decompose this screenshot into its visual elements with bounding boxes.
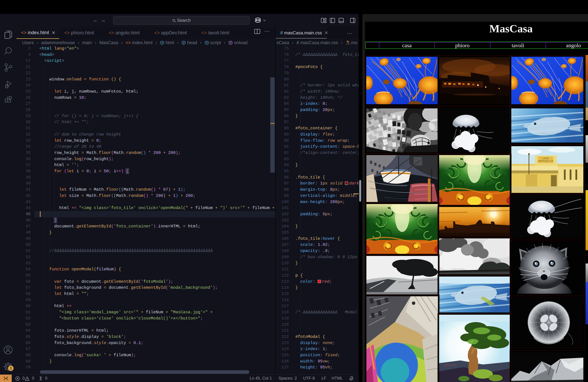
svg-text:LATIN: LATIN [543,157,549,160]
svg-text:AMERICAN CLUB: AMERICAN CLUB [538,160,553,162]
